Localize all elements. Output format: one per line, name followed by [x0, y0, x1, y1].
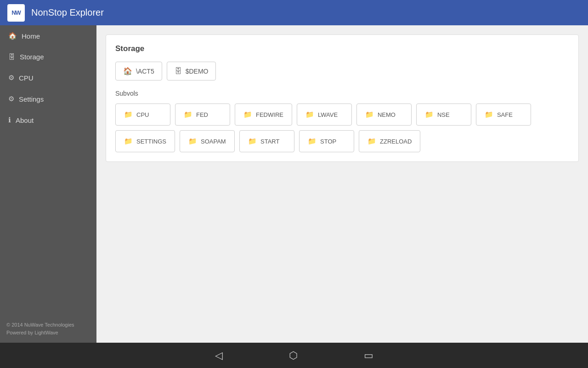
subvol-btn-zzreload[interactable]: 📁ZZRELOAD	[359, 130, 420, 152]
volume-row: 🏠 \ACT5 🗄 $DEMO	[115, 62, 569, 80]
sidebar-item-storage[interactable]: 🗄 Storage	[0, 46, 96, 67]
home-icon: 🏠	[8, 32, 17, 40]
footer-line1: © 2014 NuWave Technologies	[6, 321, 90, 329]
folder-icon: 📁	[184, 110, 192, 119]
nav-bar: ◁ ⬡ ▭	[0, 343, 588, 368]
app-logo: NW	[7, 4, 25, 22]
subvols-label: Subvols	[115, 90, 569, 97]
subvol-label: SETTINGS	[136, 138, 166, 145]
sidebar-label-settings: Settings	[19, 95, 44, 103]
subvol-btn-safe[interactable]: 📁SAFE	[476, 104, 531, 126]
volume-demo-label: $DEMO	[186, 68, 209, 75]
sidebar-item-home[interactable]: 🏠 Home	[0, 25, 96, 46]
sidebar-footer: © 2014 NuWave Technologies Powered by Li…	[0, 315, 96, 343]
folder-icon: 📁	[124, 137, 133, 145]
sidebar-label-about: About	[16, 116, 34, 124]
back-button[interactable]: ◁	[209, 346, 228, 365]
volume-demo[interactable]: 🗄 $DEMO	[167, 62, 216, 80]
folder-icon: 📁	[425, 110, 434, 119]
folder-icon: 📁	[368, 137, 376, 145]
subvol-label: STOP	[320, 138, 336, 145]
subvol-label: SOAPAM	[201, 138, 226, 145]
subvol-btn-settings[interactable]: 📁SETTINGS	[115, 130, 175, 152]
sidebar-item-about[interactable]: ℹ About	[0, 109, 96, 131]
subvol-btn-fedwire[interactable]: 📁FEDWIRE	[235, 104, 292, 126]
subvol-btn-stop[interactable]: 📁STOP	[299, 130, 354, 152]
sidebar-label-storage: Storage	[20, 53, 44, 61]
storage-icon: 🗄	[8, 53, 15, 61]
subvol-btn-lwave[interactable]: 📁LWAVE	[297, 104, 352, 126]
subvol-btn-cpu[interactable]: 📁CPU	[115, 104, 170, 126]
subvol-btn-soapam[interactable]: 📁SOAPAM	[180, 130, 235, 152]
house-icon: 🏠	[123, 67, 132, 75]
subvol-label: FEDWIRE	[256, 111, 283, 118]
folder-icon: 📁	[485, 110, 493, 119]
subvol-btn-fed[interactable]: 📁FED	[175, 104, 230, 126]
folder-icon: 📁	[248, 137, 257, 145]
subvol-label: FED	[196, 111, 208, 118]
subvol-label: CPU	[136, 111, 149, 118]
folder-icon: 📁	[188, 137, 197, 145]
subvol-label: START	[260, 138, 279, 145]
main-layout: 🏠 Home 🗄 Storage ⚙ CPU ⚙ Settings ℹ Abou…	[0, 25, 588, 343]
storage-panel-title: Storage	[115, 44, 569, 53]
subvol-label: NSE	[437, 111, 450, 118]
sidebar-item-cpu[interactable]: ⚙ CPU	[0, 67, 96, 88]
server-icon: 🗄	[175, 67, 182, 75]
sidebar-label-cpu: CPU	[19, 74, 34, 82]
subvol-label: SAFE	[497, 111, 513, 118]
volume-act5[interactable]: 🏠 \ACT5	[115, 62, 162, 80]
subvol-btn-nse[interactable]: 📁NSE	[416, 104, 471, 126]
volume-act5-label: \ACT5	[136, 68, 154, 75]
footer-line2: Powered by LightWave	[6, 329, 90, 337]
subvol-label: NEMO	[378, 111, 396, 118]
subvol-grid: 📁CPU📁FED📁FEDWIRE📁LWAVE📁NEMO📁NSE📁SAFE📁SET…	[115, 104, 569, 152]
subvol-label: ZZRELOAD	[380, 138, 412, 145]
sidebar: 🏠 Home 🗄 Storage ⚙ CPU ⚙ Settings ℹ Abou…	[0, 25, 96, 343]
sidebar-label-home: Home	[22, 32, 40, 40]
subvol-label: LWAVE	[318, 111, 338, 118]
folder-icon: 📁	[243, 110, 252, 119]
app-header: NW NonStop Explorer	[0, 0, 588, 25]
storage-panel: Storage 🏠 \ACT5 🗄 $DEMO Subvols 📁CPU📁FED…	[106, 34, 579, 162]
folder-icon: 📁	[124, 110, 133, 119]
main-content: Storage 🏠 \ACT5 🗄 $DEMO Subvols 📁CPU📁FED…	[96, 25, 588, 343]
app-title: NonStop Explorer	[31, 7, 104, 18]
folder-icon: 📁	[308, 137, 317, 145]
folder-icon: 📁	[365, 110, 374, 119]
about-icon: ℹ	[8, 116, 11, 124]
sidebar-item-settings[interactable]: ⚙ Settings	[0, 88, 96, 109]
cpu-icon: ⚙	[8, 74, 14, 82]
home-button[interactable]: ⬡	[283, 346, 303, 365]
subvol-btn-start[interactable]: 📁START	[239, 130, 294, 152]
settings-icon: ⚙	[8, 95, 14, 103]
recents-button[interactable]: ▭	[358, 346, 379, 365]
subvol-btn-nemo[interactable]: 📁NEMO	[356, 104, 412, 126]
folder-icon: 📁	[305, 110, 314, 119]
